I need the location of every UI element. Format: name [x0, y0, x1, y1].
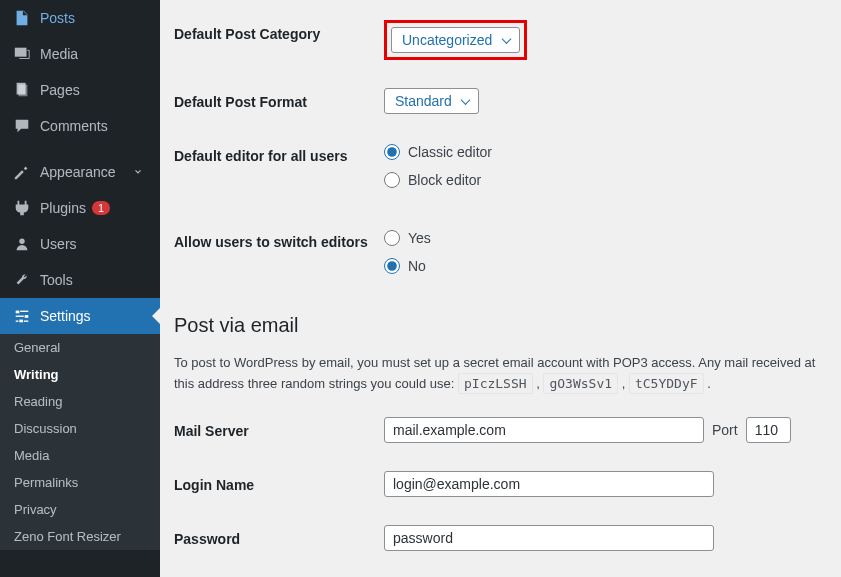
submenu-item-discussion[interactable]: Discussion — [0, 415, 160, 442]
sidebar-item-tools[interactable]: Tools — [0, 262, 160, 298]
default-post-format-select[interactable]: Standard — [384, 88, 479, 114]
plugins-icon — [12, 198, 32, 218]
submenu-item-media[interactable]: Media — [0, 442, 160, 469]
sidebar-item-users[interactable]: Users — [0, 226, 160, 262]
sidebar-item-label: Plugins — [40, 200, 86, 216]
svg-rect-0 — [15, 48, 27, 57]
content-area: Default Post Category Uncategorized Defa… — [160, 0, 841, 577]
submenu-item-zeno-font-resizer[interactable]: Zeno Font Resizer — [0, 523, 160, 550]
sidebar-item-label: Posts — [40, 10, 75, 26]
default-post-format-label: Default Post Format — [174, 88, 384, 110]
sidebar-item-label: Comments — [40, 118, 108, 134]
default-editor-label: Default editor for all users — [174, 142, 384, 164]
random-string-code: gO3WsSv1 — [543, 373, 618, 394]
radio-classic-editor-input[interactable] — [384, 144, 400, 160]
mail-server-label: Mail Server — [174, 417, 384, 439]
sidebar-item-label: Settings — [40, 308, 91, 324]
submenu-item-reading[interactable]: Reading — [0, 388, 160, 415]
highlighted-field: Uncategorized — [384, 20, 527, 60]
pages-icon — [12, 80, 32, 100]
default-post-category-select[interactable]: Uncategorized — [391, 27, 520, 53]
radio-switch-no[interactable]: No — [384, 258, 831, 274]
port-input[interactable] — [746, 417, 791, 443]
radio-switch-yes[interactable]: Yes — [384, 230, 831, 246]
users-icon — [12, 234, 32, 254]
radio-label: Block editor — [408, 172, 481, 188]
sidebar-item-label: Tools — [40, 272, 73, 288]
appearance-icon — [12, 162, 32, 182]
radio-label: Classic editor — [408, 144, 492, 160]
radio-switch-yes-input[interactable] — [384, 230, 400, 246]
port-label: Port — [712, 422, 738, 438]
post-via-email-description: To post to WordPress by email, you must … — [174, 353, 831, 395]
radio-label: No — [408, 258, 426, 274]
allow-switch-label: Allow users to switch editors — [174, 228, 384, 250]
radio-block-editor[interactable]: Block editor — [384, 172, 831, 188]
random-string-code: tC5YDDyF — [629, 373, 704, 394]
submenu-item-privacy[interactable]: Privacy — [0, 496, 160, 523]
svg-rect-8 — [19, 320, 23, 323]
sidebar-item-comments[interactable]: Comments — [0, 108, 160, 144]
sidebar-item-label: Users — [40, 236, 77, 252]
submenu-item-writing[interactable]: Writing — [0, 361, 160, 388]
sidebar-item-media[interactable]: Media — [0, 36, 160, 72]
svg-point-3 — [19, 239, 24, 244]
svg-rect-4 — [16, 311, 20, 314]
radio-switch-no-input[interactable] — [384, 258, 400, 274]
sidebar-item-label: Pages — [40, 82, 80, 98]
settings-submenu: General Writing Reading Discussion Media… — [0, 334, 160, 550]
sidebar-item-posts[interactable]: Posts — [0, 0, 160, 36]
sidebar-item-settings[interactable]: Settings — [0, 298, 160, 334]
chevron-down-icon — [128, 162, 148, 182]
svg-rect-9 — [16, 321, 19, 322]
svg-rect-10 — [24, 321, 29, 322]
sidebar-item-pages[interactable]: Pages — [0, 72, 160, 108]
comments-icon — [12, 116, 32, 136]
radio-block-editor-input[interactable] — [384, 172, 400, 188]
sidebar-item-plugins[interactable]: Plugins 1 — [0, 190, 160, 226]
radio-label: Yes — [408, 230, 431, 246]
svg-rect-5 — [20, 311, 28, 312]
admin-sidebar: Posts Media Pages Comments Appearance Pl… — [0, 0, 160, 577]
login-name-input[interactable] — [384, 471, 714, 497]
svg-rect-7 — [16, 316, 24, 317]
radio-classic-editor[interactable]: Classic editor — [384, 144, 831, 160]
sidebar-item-label: Appearance — [40, 164, 116, 180]
submenu-item-permalinks[interactable]: Permalinks — [0, 469, 160, 496]
sidebar-item-appearance[interactable]: Appearance — [0, 154, 160, 190]
random-string-code: pIczLSSH — [458, 373, 533, 394]
submenu-item-general[interactable]: General — [0, 334, 160, 361]
post-via-email-heading: Post via email — [174, 314, 831, 337]
plugins-badge: 1 — [92, 201, 110, 215]
settings-icon — [12, 306, 32, 326]
posts-icon — [12, 8, 32, 28]
svg-rect-6 — [25, 315, 29, 318]
tools-icon — [12, 270, 32, 290]
svg-rect-2 — [18, 85, 27, 97]
mail-server-input[interactable] — [384, 417, 704, 443]
sidebar-item-label: Media — [40, 46, 78, 62]
media-icon — [12, 44, 32, 64]
default-post-category-label: Default Post Category — [174, 20, 384, 42]
password-label: Password — [174, 525, 384, 547]
login-name-label: Login Name — [174, 471, 384, 493]
password-input[interactable] — [384, 525, 714, 551]
